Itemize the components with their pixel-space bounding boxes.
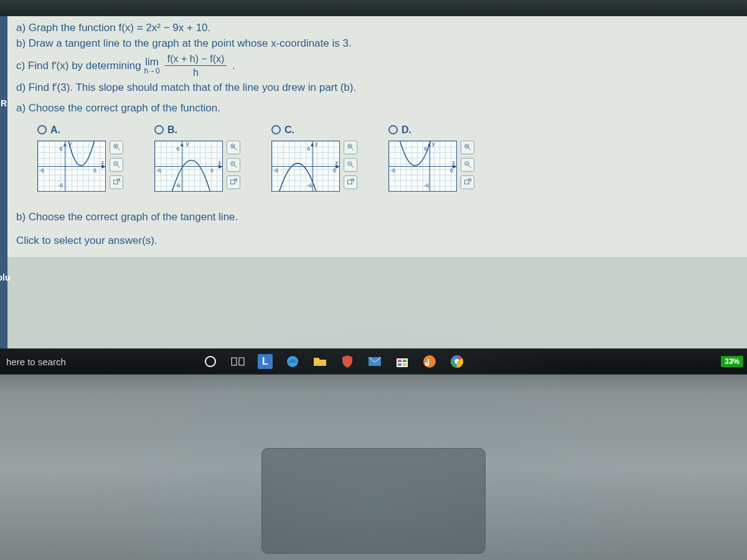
- svg-line-5: [117, 165, 120, 167]
- svg-line-21: [351, 165, 354, 167]
- popout-d[interactable]: [461, 175, 474, 189]
- fraction-denominator: h: [165, 66, 227, 80]
- taskbar-search[interactable]: here to search: [6, 357, 66, 367]
- svg-rect-33: [232, 358, 237, 365]
- svg-rect-31: [464, 180, 469, 184]
- svg-line-25: [468, 147, 471, 150]
- laptop-trackpad: [261, 448, 486, 554]
- shield-icon[interactable]: [340, 354, 355, 369]
- question-c-pre: c) Find f′(x) by determining: [16, 59, 144, 71]
- svg-rect-40: [398, 363, 402, 366]
- svg-line-9: [234, 147, 237, 150]
- windows-taskbar: here to search L 33%: [0, 348, 747, 375]
- nav-fragment-olu: olu: [0, 273, 11, 282]
- limit-sub: h→0: [144, 67, 159, 75]
- question-c-post: .: [232, 59, 235, 71]
- taskbar-icons: L: [203, 354, 464, 369]
- svg-rect-23: [347, 180, 352, 184]
- zoom-in-b[interactable]: [227, 141, 240, 154]
- svg-rect-7: [113, 180, 118, 184]
- option-d-label: D.: [402, 123, 411, 137]
- zoom-in-a[interactable]: [110, 141, 123, 154]
- music-icon[interactable]: [422, 354, 437, 369]
- nav-fragment-r: R: [1, 98, 7, 108]
- zoom-in-c[interactable]: [344, 141, 357, 154]
- part-b-prompt: b) Choose the correct graph of the tange…: [16, 210, 738, 225]
- popout-a[interactable]: [110, 175, 123, 189]
- mail-icon[interactable]: [367, 354, 382, 369]
- option-c[interactable]: C. ▶▲ y x 6 6 -6 -6: [271, 123, 357, 192]
- app-icon-l[interactable]: L: [258, 354, 273, 369]
- svg-rect-39: [403, 360, 406, 362]
- popout-c[interactable]: [344, 175, 357, 189]
- option-a[interactable]: A. ▶▲ y x 6 6 -6 -6: [37, 123, 123, 192]
- svg-line-1: [117, 147, 120, 150]
- question-b: b) Draw a tangent line to the graph at t…: [16, 37, 738, 51]
- fraction-numerator: f(x + h) − f(x): [165, 52, 227, 67]
- question-a: a) Graph the function f(x) = 2x² − 9x + …: [16, 21, 738, 35]
- graph-thumb-d[interactable]: ▶▲ y x 6 6 -6 -6: [388, 141, 457, 192]
- cortana-icon[interactable]: [203, 354, 218, 369]
- task-view-icon[interactable]: [230, 354, 245, 369]
- graph-thumb-c[interactable]: ▶▲ y x 6 6 -6 -6: [271, 141, 340, 192]
- page-nav-edge: R olu: [0, 16, 7, 365]
- difference-quotient: f(x + h) − f(x) h: [165, 52, 227, 80]
- zoom-in-d[interactable]: [461, 141, 474, 154]
- limit-label: lim: [145, 57, 159, 67]
- graph-options-row: A. ▶▲ y x 6 6 -6 -6: [37, 123, 738, 192]
- graph-thumb-a[interactable]: ▶▲ y x 6 6 -6 -6: [37, 141, 106, 192]
- click-select-hint: Click to select your answer(s).: [16, 234, 738, 248]
- question-d: d) Find f′(3). This slope should match t…: [16, 81, 738, 95]
- question-c: c) Find f′(x) by determining lim h→0 f(x…: [16, 52, 738, 80]
- chrome-icon[interactable]: [449, 354, 464, 369]
- option-d[interactable]: D. ▶▲ y x 6 6 -6 -6: [388, 123, 474, 192]
- radio-c[interactable]: [271, 125, 281, 134]
- battery-percent: 33%: [721, 356, 743, 367]
- svg-line-13: [234, 165, 237, 167]
- file-explorer-icon[interactable]: [312, 354, 327, 369]
- edge-icon[interactable]: [285, 354, 300, 369]
- svg-point-42: [423, 355, 436, 368]
- popout-b[interactable]: [227, 175, 240, 189]
- option-b[interactable]: B. ▶▲ y x 6 6 -6 -6: [154, 123, 240, 192]
- svg-rect-15: [230, 180, 235, 184]
- zoom-out-d[interactable]: [461, 158, 474, 172]
- svg-point-32: [205, 357, 215, 366]
- question-panel: a) Graph the function f(x) = 2x² − 9x + …: [7, 16, 747, 257]
- svg-rect-34: [239, 358, 244, 365]
- radio-a[interactable]: [37, 125, 47, 134]
- battery-indicator[interactable]: 33%: [721, 348, 743, 375]
- option-b-label: B.: [167, 123, 177, 137]
- option-c-label: C.: [284, 123, 294, 137]
- browser-tab-strip: [0, 0, 747, 16]
- zoom-out-a[interactable]: [110, 158, 123, 172]
- svg-line-17: [351, 147, 354, 150]
- option-a-label: A.: [50, 123, 60, 137]
- graph-thumb-b[interactable]: ▶▲ y x 6 6 -6 -6: [154, 141, 223, 192]
- part-a-prompt: a) Choose the correct graph of the funct…: [16, 101, 738, 116]
- svg-line-29: [468, 165, 471, 167]
- zoom-out-c[interactable]: [344, 158, 357, 172]
- radio-d[interactable]: [388, 125, 398, 134]
- store-icon[interactable]: [395, 354, 410, 369]
- zoom-out-b[interactable]: [227, 158, 240, 172]
- radio-b[interactable]: [154, 125, 164, 134]
- svg-rect-38: [398, 360, 402, 362]
- svg-rect-41: [403, 363, 406, 366]
